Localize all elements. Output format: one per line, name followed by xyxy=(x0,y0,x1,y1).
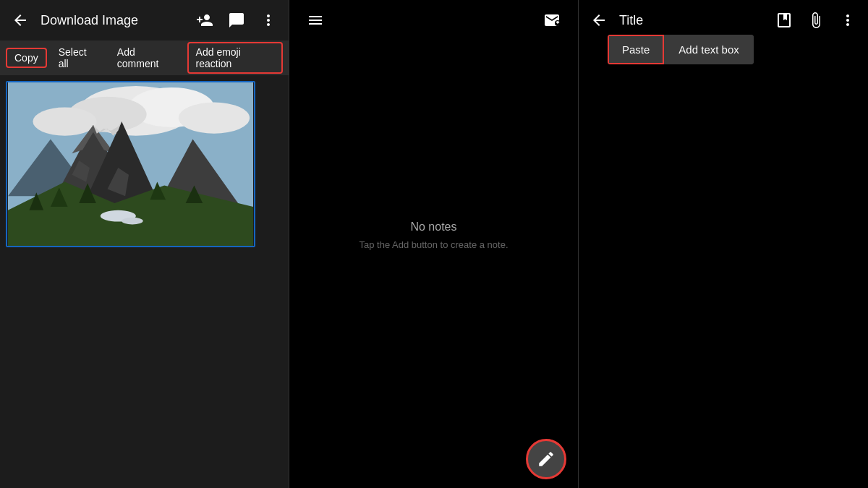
copy-button[interactable]: Copy xyxy=(6,48,47,68)
chat-icon[interactable] xyxy=(222,6,251,35)
left-header: Download Image xyxy=(0,0,289,40)
right-back-button[interactable] xyxy=(584,6,613,35)
notes-share-icon[interactable] xyxy=(537,6,566,35)
mountain-image xyxy=(6,81,255,247)
back-button[interactable] xyxy=(6,6,35,35)
fab-area xyxy=(289,430,578,488)
svg-point-5 xyxy=(179,103,250,134)
book-view-icon[interactable] xyxy=(770,6,799,35)
attach-icon[interactable] xyxy=(801,6,830,35)
right-page-title: Title xyxy=(619,13,764,28)
middle-panel: No notes Tap the Add button to create a … xyxy=(289,0,579,488)
add-note-fab[interactable] xyxy=(526,439,566,479)
no-notes-title: No notes xyxy=(410,221,456,234)
image-area xyxy=(0,75,289,488)
select-all-button[interactable]: Select all xyxy=(50,42,106,74)
more-vert-icon[interactable] xyxy=(254,6,283,35)
page-title: Download Image xyxy=(41,13,184,28)
add-text-box-button[interactable]: Add text box xyxy=(664,35,753,64)
person-add-icon[interactable] xyxy=(190,6,219,35)
context-popup: Paste Add text box xyxy=(608,35,754,64)
no-notes-subtitle: Tap the Add button to create a note. xyxy=(359,239,509,250)
context-menu-bar: Copy Select all Add comment Add emoji re… xyxy=(0,40,289,75)
middle-header xyxy=(289,0,578,40)
svg-point-4 xyxy=(33,107,96,135)
left-panel: Download Image Copy Select all Add comme… xyxy=(0,0,289,488)
right-more-icon[interactable] xyxy=(833,6,862,35)
add-comment-button[interactable]: Add comment xyxy=(109,42,184,74)
right-header-icons xyxy=(770,6,862,35)
right-panel: Title Paste Add text box xyxy=(579,0,868,488)
middle-empty-state: No notes Tap the Add button to create a … xyxy=(289,40,578,430)
svg-point-22 xyxy=(122,218,142,225)
hamburger-menu-icon[interactable] xyxy=(301,6,330,35)
add-emoji-button[interactable]: Add emoji reaction xyxy=(187,42,283,74)
paste-button[interactable]: Paste xyxy=(608,35,664,64)
header-icons xyxy=(190,6,283,35)
